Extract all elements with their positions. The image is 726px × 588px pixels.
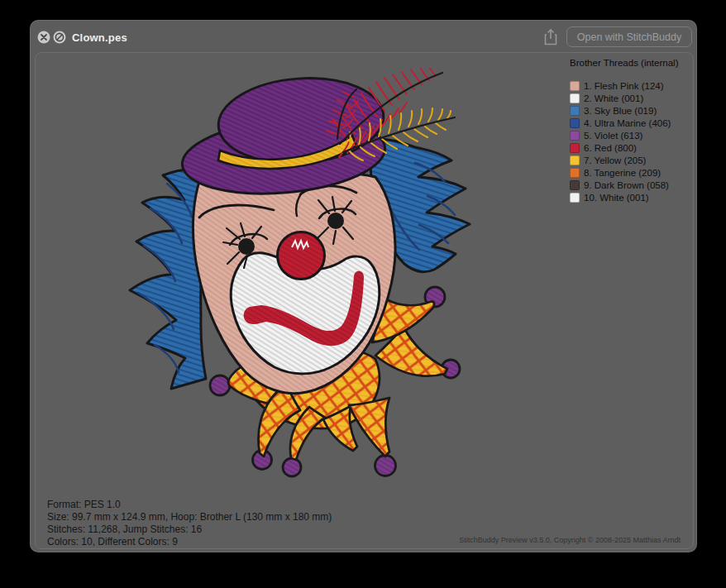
thread-swatch xyxy=(570,193,580,203)
thread-row: 8. Tangerine (209) xyxy=(570,166,678,179)
thread-row: 6. Red (800) xyxy=(570,141,678,154)
stat-stitches: Stitches: 11,268, Jump Stitches: 16 xyxy=(47,523,332,536)
title-bar[interactable]: Clown.pes Open with StitchBuddy xyxy=(31,21,696,52)
thread-swatch xyxy=(570,168,580,178)
stat-size: Size: 99.7 mm x 124.9 mm, Hoop: Brother … xyxy=(47,511,332,523)
thread-swatch xyxy=(570,155,580,165)
thread-swatch xyxy=(570,143,580,153)
embroidery-preview-clown xyxy=(117,60,498,498)
thread-row: 2. White (001) xyxy=(570,92,678,104)
thread-row: 7. Yellow (205) xyxy=(570,154,678,166)
thread-row: 10. White (001) xyxy=(570,191,678,203)
file-stats: Format: PES 1.0 Size: 99.7 mm x 124.9 mm… xyxy=(47,499,332,548)
preview-panel: Brother Threads (internal) 1. Flesh Pink… xyxy=(35,52,694,549)
window-title: Clown.pes xyxy=(72,31,127,44)
window-controls[interactable] xyxy=(37,31,74,44)
stat-format: Format: PES 1.0 xyxy=(47,499,332,511)
prohibited-icon[interactable] xyxy=(54,31,66,44)
close-icon[interactable] xyxy=(38,31,50,44)
thread-list: Brother Threads (internal) 1. Flesh Pink… xyxy=(570,58,678,203)
stat-colors: Colors: 10, Different Colors: 9 xyxy=(47,536,332,548)
thread-row: 4. Ultra Marine (406) xyxy=(570,117,678,129)
copyright-notice: StitchBuddy Preview v3.5.0, Copyright © … xyxy=(459,536,681,544)
thread-swatch xyxy=(570,118,580,128)
thread-swatch xyxy=(570,81,580,91)
share-icon[interactable] xyxy=(543,28,558,46)
thread-swatch xyxy=(570,93,580,103)
thread-swatch xyxy=(570,106,580,116)
thread-row: 3. Sky Blue (019) xyxy=(570,104,678,117)
thread-list-header: Brother Threads (internal) xyxy=(570,58,678,68)
thread-swatch xyxy=(570,131,580,141)
preview-window: Clown.pes Open with StitchBuddy xyxy=(30,20,697,552)
thread-row: 9. Dark Brown (058) xyxy=(570,179,678,191)
thread-row: 5. Violet (613) xyxy=(570,129,678,141)
thread-row: 1. Flesh Pink (124) xyxy=(570,79,678,92)
open-with-stitchbuddy-button[interactable]: Open with StitchBuddy xyxy=(566,26,692,47)
thread-swatch xyxy=(570,180,580,190)
